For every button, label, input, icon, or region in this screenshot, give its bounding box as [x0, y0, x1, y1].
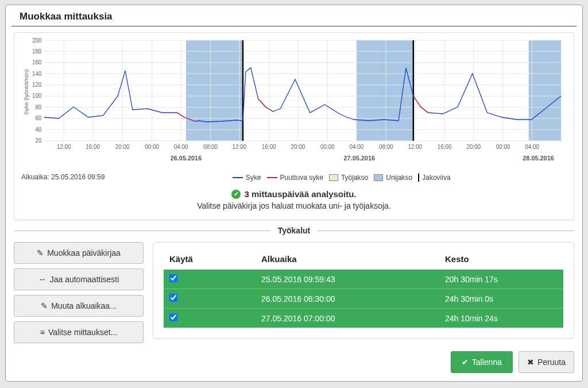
svg-text:12:00: 12:00: [57, 144, 71, 150]
table-row[interactable]: 27.05.2016 07:00:00 24h 10min 24s: [164, 309, 563, 328]
svg-text:80: 80: [36, 104, 42, 110]
measurements-table: Käytä Alkuaika Kesto 25.05.2016 09:59:43…: [164, 251, 563, 328]
save-button[interactable]: ✔Tallenna: [451, 351, 513, 373]
cell-start: 26.05.2016 06:30:00: [256, 289, 439, 309]
pencil-icon: ✎: [41, 301, 48, 310]
svg-text:00:00: 00:00: [320, 144, 335, 150]
check-icon: ✔: [462, 358, 469, 367]
sleep-band: [357, 40, 413, 141]
cell-duration: 20h 30min 17s: [439, 270, 563, 289]
tools-separator: Työkalut: [14, 226, 574, 235]
th-duration: Kesto: [439, 251, 563, 270]
table-row[interactable]: 26.05.2016 06:30:00 24h 30min 0s: [164, 289, 563, 309]
svg-text:04:00: 04:00: [349, 144, 363, 150]
use-checkbox[interactable]: [169, 313, 177, 321]
missing-line: [413, 96, 428, 113]
svg-text:04:00: 04:00: [174, 144, 188, 150]
heart-rate-chart[interactable]: 20406080100120140160180200 Syke (lyöntiä…: [21, 37, 567, 170]
arrows-horizontal-icon: ↔: [38, 275, 47, 284]
list-icon: ≡: [40, 328, 45, 337]
svg-text:04:00: 04:00: [525, 144, 539, 150]
check-circle-icon: ✓: [231, 190, 241, 199]
legend-sleep: Unijakso: [374, 174, 412, 182]
edit-journal-button[interactable]: ✎Muokkaa päiväkirjaa: [14, 242, 144, 264]
legend-split: Jakoviiva: [418, 174, 450, 182]
th-start: Alkuaika: [256, 251, 439, 270]
missing-line: [258, 99, 273, 112]
legend-missing: Puuttuva syke: [267, 174, 323, 182]
use-checkbox[interactable]: [169, 294, 177, 302]
use-checkbox[interactable]: [169, 274, 177, 282]
cell-duration: 24h 10min 24s: [439, 309, 563, 328]
svg-text:00:00: 00:00: [496, 144, 510, 150]
measurements-table-panel: Käytä Alkuaika Kesto 25.05.2016 09:59:43…: [153, 242, 574, 339]
svg-text:60: 60: [36, 115, 42, 121]
svg-text:08:00: 08:00: [203, 144, 218, 150]
table-row[interactable]: 25.05.2016 09:59:43 20h 30min 17s: [164, 270, 563, 289]
svg-text:20: 20: [36, 137, 42, 144]
select-measurements-button[interactable]: ≡Valitse mittaukset...: [14, 321, 144, 343]
pencil-icon: ✎: [37, 248, 44, 258]
svg-text:40: 40: [36, 126, 42, 133]
status-block: ✓ 3 mittauspäivää analysoitu. Valitse pä…: [21, 183, 567, 214]
auto-split-button[interactable]: ↔Jaa automaattisesti: [14, 268, 144, 290]
svg-text:20:00: 20:00: [466, 144, 481, 150]
y-axis-label: Syke (lyöntiä/min): [23, 69, 29, 114]
svg-text:100: 100: [32, 93, 42, 99]
edit-measurements-dialog: Muokkaa mittauksia: [5, 5, 583, 382]
svg-text:180: 180: [32, 48, 42, 55]
svg-text:200: 200: [32, 37, 42, 44]
hr-line: [44, 68, 562, 122]
svg-text:140: 140: [32, 71, 42, 77]
cell-duration: 24h 30min 0s: [439, 289, 563, 309]
dialog-title: Muokkaa mittauksia: [20, 11, 568, 22]
date-label: 26.05.2016: [171, 155, 202, 162]
svg-text:16:00: 16:00: [86, 144, 100, 150]
svg-text:00:00: 00:00: [145, 144, 159, 150]
svg-text:20:00: 20:00: [291, 144, 305, 150]
dialog-header: Muokkaa mittauksia: [11, 5, 577, 26]
sleep-band: [529, 40, 561, 141]
tools-area: ✎Muokkaa päiväkirjaa ↔Jaa automaattisest…: [6, 235, 582, 351]
change-start-time-button[interactable]: ✎Muuta alkuaikaa...: [14, 295, 144, 317]
date-label: 28.05.2016: [523, 155, 554, 162]
svg-text:16:00: 16:00: [438, 144, 452, 150]
chart-svg: 20406080100120140160180200 Syke (lyöntiä…: [21, 37, 567, 170]
status-headline: 3 mittauspäivää analysoitu.: [244, 189, 356, 199]
legend-work: Työjakso: [329, 174, 368, 182]
sleep-band: [186, 40, 243, 141]
svg-text:20:00: 20:00: [115, 144, 130, 150]
status-subtext: Valitse päiväkirja jos haluat muokata un…: [21, 201, 567, 210]
svg-text:120: 120: [32, 82, 42, 88]
cell-start: 27.05.2016 07:00:00: [256, 309, 439, 328]
start-time-label: Alkuaika: 25.05.2016 09:59: [21, 170, 105, 183]
dialog-footer: ✔Tallenna ✖Peruuta: [6, 351, 582, 381]
legend-hr: Syke: [233, 174, 261, 182]
th-use: Käytä: [164, 251, 256, 270]
cell-start: 25.05.2016 09:59:43: [256, 270, 439, 289]
close-icon: ✖: [527, 358, 534, 367]
chart-legend: Syke Puuttuva syke Työjakso Unijakso Jak…: [116, 171, 567, 182]
svg-text:160: 160: [32, 59, 42, 66]
tool-buttons-column: ✎Muokkaa päiväkirjaa ↔Jaa automaattisest…: [14, 242, 144, 343]
date-label: 27.05.2016: [344, 155, 375, 162]
svg-text:16:00: 16:00: [262, 144, 276, 150]
chart-panel: 20406080100120140160180200 Syke (lyöntiä…: [14, 32, 574, 220]
cancel-button[interactable]: ✖Peruuta: [519, 351, 574, 373]
svg-text:12:00: 12:00: [408, 144, 422, 150]
svg-text:08:00: 08:00: [379, 144, 393, 150]
svg-text:12:00: 12:00: [233, 144, 247, 150]
